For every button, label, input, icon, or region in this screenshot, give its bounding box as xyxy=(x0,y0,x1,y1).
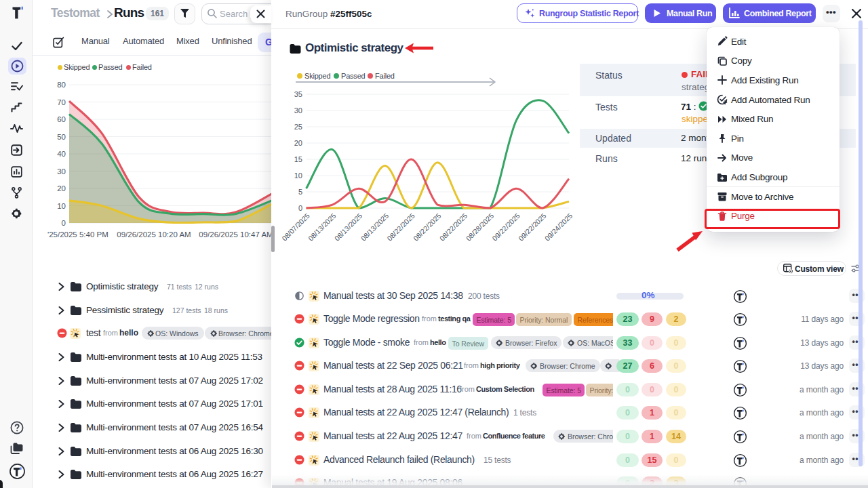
svg-text:08/13/2025: 08/13/2025 xyxy=(359,211,391,243)
svg-text:25: 25 xyxy=(294,123,302,131)
svg-text:50: 50 xyxy=(57,133,66,141)
svg-text:70: 70 xyxy=(57,98,66,106)
svg-text:08/22/2025: 08/22/2025 xyxy=(438,211,469,243)
svg-text:30: 30 xyxy=(57,167,66,176)
svg-text:80: 80 xyxy=(57,81,66,89)
svg-text:20: 20 xyxy=(57,184,66,192)
svg-text:09/22/2025: 09/22/2025 xyxy=(490,211,521,243)
svg-text:40: 40 xyxy=(57,150,66,158)
svg-text:20: 20 xyxy=(294,139,302,147)
svg-text:0: 0 xyxy=(62,219,66,227)
svg-text:30: 30 xyxy=(294,106,302,115)
svg-text:08/22/2025: 08/22/2025 xyxy=(385,211,416,243)
svg-text:10: 10 xyxy=(57,202,66,210)
svg-text:08/28/2025: 08/28/2025 xyxy=(465,211,496,243)
svg-text:09/26/2025 10:20 AM: 09/26/2025 10:20 AM xyxy=(117,230,191,239)
svg-text:'25/2025 5:40 PM: '25/2025 5:40 PM xyxy=(47,230,108,239)
svg-text:5: 5 xyxy=(298,188,302,196)
svg-text:60: 60 xyxy=(57,115,66,123)
svg-text:10: 10 xyxy=(294,171,302,180)
svg-text:08/13/2025: 08/13/2025 xyxy=(333,211,364,243)
svg-text:08/22/2025: 08/22/2025 xyxy=(412,211,443,243)
svg-text:08/13/2025: 08/13/2025 xyxy=(307,211,338,243)
svg-text:35: 35 xyxy=(294,90,302,98)
svg-text:0: 0 xyxy=(298,204,302,212)
svg-text:09/26/2025 10:47 AM: 09/26/2025 10:47 AM xyxy=(199,230,271,239)
svg-text:15: 15 xyxy=(294,155,302,163)
svg-text:08/07/2025: 08/07/2025 xyxy=(280,211,311,243)
svg-text:09/24/2025: 09/24/2025 xyxy=(543,211,574,243)
svg-text:09/22/2025: 09/22/2025 xyxy=(517,211,548,243)
